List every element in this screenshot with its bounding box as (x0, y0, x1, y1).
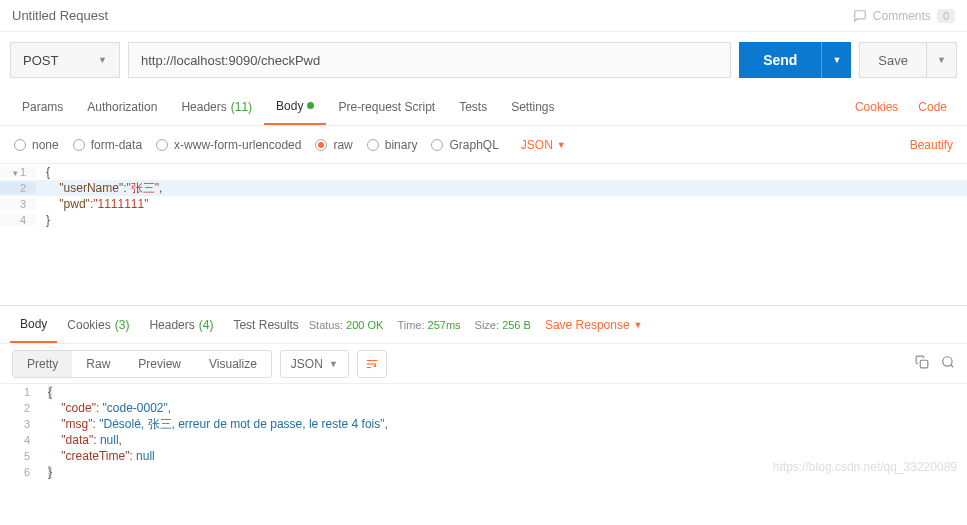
body-lang-select[interactable]: JSON ▼ (521, 138, 566, 152)
resp-headers-count: (4) (199, 318, 214, 332)
request-tabs: Params Authorization Headers (11) Body P… (0, 88, 967, 126)
save-response-button[interactable]: Save Response ▼ (545, 318, 643, 332)
tab-prerequest[interactable]: Pre-request Script (326, 88, 447, 125)
chevron-down-icon: ▼ (937, 55, 946, 65)
tab-authorization[interactable]: Authorization (75, 88, 169, 125)
resp-tab-body[interactable]: Body (10, 306, 57, 343)
svg-line-5 (951, 365, 954, 368)
comment-icon (853, 9, 867, 23)
tab-tests[interactable]: Tests (447, 88, 499, 125)
chevron-down-icon: ▼ (329, 359, 338, 369)
request-body-editor[interactable]: ▾1{ 2 "userName":"张三", 3 "pwd":"1111111"… (0, 164, 967, 306)
code-link[interactable]: Code (908, 100, 957, 114)
tab-body[interactable]: Body (264, 88, 326, 125)
chevron-down-icon: ▼ (557, 140, 566, 150)
wrap-lines-button[interactable] (357, 350, 387, 378)
view-visualize[interactable]: Visualize (195, 351, 271, 377)
save-dropdown[interactable]: ▼ (927, 42, 957, 78)
method-value: POST (23, 53, 58, 68)
url-value: http://localhost:9090/checkPwd (141, 53, 320, 68)
view-preview[interactable]: Preview (124, 351, 195, 377)
view-pretty[interactable]: Pretty (13, 351, 72, 377)
resp-tab-cookies[interactable]: Cookies (3) (57, 306, 139, 343)
svg-point-4 (943, 357, 952, 366)
body-type-bar: none form-data x-www-form-urlencoded raw… (0, 126, 967, 164)
radio-urlencoded[interactable]: x-www-form-urlencoded (156, 138, 301, 152)
chevron-down-icon: ▼ (634, 320, 643, 330)
response-body-editor[interactable]: 1{ 2 "code": "code-0002", 3 "msg": "Déso… (0, 384, 967, 480)
response-meta: Status: 200 OK Time: 257ms Size: 256 B S… (309, 318, 643, 332)
response-tabs: Body Cookies (3) Headers (4) Test Result… (0, 306, 967, 344)
resp-tab-headers[interactable]: Headers (4) (139, 306, 223, 343)
response-lang-select[interactable]: JSON ▼ (280, 350, 349, 378)
headers-count: (11) (231, 100, 252, 114)
send-dropdown[interactable]: ▼ (821, 42, 851, 78)
radio-binary[interactable]: binary (367, 138, 418, 152)
method-select[interactable]: POST ▼ (10, 42, 120, 78)
body-modified-dot (307, 102, 314, 109)
view-mode-segment: Pretty Raw Preview Visualize (12, 350, 272, 378)
copy-icon (915, 355, 929, 369)
size-value: 256 B (502, 319, 531, 331)
status-value: 200 OK (346, 319, 383, 331)
comments-label: Comments (873, 9, 931, 23)
search-button[interactable] (941, 355, 955, 372)
send-button[interactable]: Send (739, 42, 821, 78)
search-icon (941, 355, 955, 369)
radio-formdata[interactable]: form-data (73, 138, 142, 152)
request-title: Untitled Request (12, 8, 853, 23)
request-bar: POST ▼ http://localhost:9090/checkPwd Se… (0, 32, 967, 88)
save-button[interactable]: Save (859, 42, 927, 78)
view-raw[interactable]: Raw (72, 351, 124, 377)
request-header: Untitled Request Comments 0 (0, 0, 967, 32)
comments-count: 0 (937, 9, 955, 23)
response-toolbar: Pretty Raw Preview Visualize JSON ▼ (0, 344, 967, 384)
wrap-icon (364, 357, 380, 371)
cookies-link[interactable]: Cookies (845, 100, 908, 114)
resp-tab-testresults[interactable]: Test Results (223, 306, 308, 343)
radio-none[interactable]: none (14, 138, 59, 152)
tab-params[interactable]: Params (10, 88, 75, 125)
copy-button[interactable] (915, 355, 929, 372)
tab-settings[interactable]: Settings (499, 88, 566, 125)
time-value: 257ms (428, 319, 461, 331)
comments-button[interactable]: Comments 0 (853, 9, 955, 23)
svg-rect-3 (920, 360, 928, 368)
radio-raw[interactable]: raw (315, 138, 352, 152)
beautify-button[interactable]: Beautify (910, 138, 953, 152)
tab-headers[interactable]: Headers (11) (169, 88, 264, 125)
chevron-down-icon: ▼ (832, 55, 841, 65)
resp-cookies-count: (3) (115, 318, 130, 332)
url-input[interactable]: http://localhost:9090/checkPwd (128, 42, 731, 78)
chevron-down-icon: ▼ (98, 55, 107, 65)
radio-graphql[interactable]: GraphQL (431, 138, 498, 152)
